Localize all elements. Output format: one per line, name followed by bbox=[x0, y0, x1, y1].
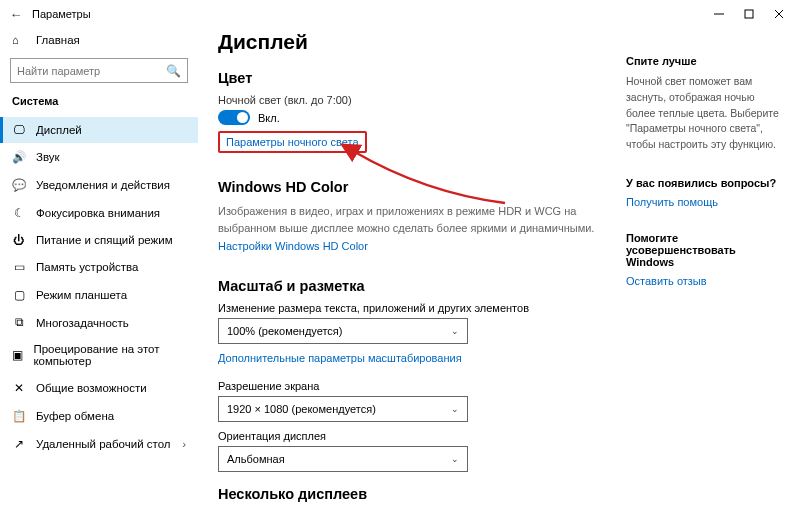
sidebar-item-label: Режим планшета bbox=[36, 289, 127, 301]
dropdown-value: Альбомная bbox=[227, 453, 285, 465]
search-input-wrap[interactable]: 🔍 bbox=[10, 58, 188, 83]
sidebar-item-label: Фокусировка внимания bbox=[36, 207, 160, 219]
scale-size-label: Изменение размера текста, приложений и д… bbox=[218, 302, 610, 314]
section-scale-heading: Масштаб и разметка bbox=[218, 278, 610, 294]
sidebar-item-tablet[interactable]: ▢Режим планшета bbox=[0, 281, 198, 309]
search-icon: 🔍 bbox=[166, 64, 181, 78]
chevron-down-icon: ⌄ bbox=[451, 454, 459, 464]
sidebar-item-label: Буфер обмена bbox=[36, 410, 114, 422]
multitask-icon: ⧉ bbox=[12, 316, 26, 329]
sidebar-item-label: Память устройства bbox=[36, 261, 139, 273]
project-icon: ▣ bbox=[12, 348, 23, 362]
night-light-label: Ночной свет (вкл. до 7:00) bbox=[218, 94, 610, 106]
svg-rect-1 bbox=[745, 10, 753, 18]
tip-desc: Ночной свет поможет вам заснуть, отображ… bbox=[626, 74, 786, 153]
sidebar-item-label: Питание и спящий режим bbox=[36, 234, 173, 246]
sidebar-item-clipboard[interactable]: 📋Буфер обмена bbox=[0, 402, 198, 430]
night-light-settings-link[interactable]: Параметры ночного света bbox=[218, 131, 367, 153]
sidebar-item-storage[interactable]: ▭Память устройства bbox=[0, 253, 198, 281]
sidebar-item-projecting[interactable]: ▣Проецирование на этот компьютер bbox=[0, 336, 198, 374]
sidebar-item-label: Удаленный рабочий стол bbox=[36, 438, 171, 450]
dropdown-value: 100% (рекомендуется) bbox=[227, 325, 342, 337]
hdcolor-link[interactable]: Настройки Windows HD Color bbox=[218, 240, 368, 252]
focus-icon: ☾ bbox=[12, 206, 26, 220]
sidebar: ⌂ Главная 🔍 Система 🖵Дисплей 🔊Звук 💬Увед… bbox=[0, 28, 198, 511]
tip-questions: У вас появились вопросы? Получить помощь bbox=[626, 177, 786, 208]
minimize-button[interactable] bbox=[704, 0, 734, 28]
tip-title: Спите лучше bbox=[626, 55, 786, 67]
sidebar-item-label: Уведомления и действия bbox=[36, 179, 170, 191]
display-icon: 🖵 bbox=[12, 124, 26, 136]
sidebar-item-label: Дисплей bbox=[36, 124, 82, 136]
home-icon: ⌂ bbox=[12, 34, 26, 46]
toggle-knob bbox=[237, 112, 248, 123]
notification-icon: 💬 bbox=[12, 178, 26, 192]
shared-icon: ✕ bbox=[12, 381, 26, 395]
scale-size-dropdown[interactable]: 100% (рекомендуется)⌄ bbox=[218, 318, 468, 344]
maximize-button[interactable] bbox=[734, 0, 764, 28]
chevron-right-icon: › bbox=[182, 438, 186, 450]
sidebar-item-label: Звук bbox=[36, 151, 60, 163]
sidebar-header: Система bbox=[0, 91, 198, 117]
storage-icon: ▭ bbox=[12, 260, 26, 274]
section-color-heading: Цвет bbox=[218, 70, 610, 86]
sidebar-item-display[interactable]: 🖵Дисплей bbox=[0, 117, 198, 143]
chevron-down-icon: ⌄ bbox=[451, 404, 459, 414]
app-title: Параметры bbox=[32, 8, 91, 20]
dropdown-value: 1920 × 1080 (рекомендуется) bbox=[227, 403, 376, 415]
feedback-link[interactable]: Оставить отзыв bbox=[626, 275, 707, 287]
sidebar-item-power[interactable]: ⏻Питание и спящий режим bbox=[0, 227, 198, 253]
section-hdcolor-heading: Windows HD Color bbox=[218, 179, 610, 195]
sidebar-item-label: Многозадачность bbox=[36, 317, 129, 329]
main-content: Дисплей Цвет Ночной свет (вкл. до 7:00) … bbox=[210, 28, 620, 511]
hdcolor-desc: Изображения в видео, играх и приложениях… bbox=[218, 203, 610, 236]
search-input[interactable] bbox=[17, 65, 166, 77]
sidebar-home[interactable]: ⌂ Главная bbox=[0, 28, 198, 52]
titlebar: ← Параметры bbox=[0, 0, 800, 28]
clipboard-icon: 📋 bbox=[12, 409, 26, 423]
section-multi-heading: Несколько дисплеев bbox=[218, 486, 610, 502]
get-help-link[interactable]: Получить помощь bbox=[626, 196, 718, 208]
sidebar-item-sound[interactable]: 🔊Звук bbox=[0, 143, 198, 171]
toggle-state-label: Вкл. bbox=[258, 112, 280, 124]
sidebar-home-label: Главная bbox=[36, 34, 80, 46]
resolution-dropdown[interactable]: 1920 × 1080 (рекомендуется)⌄ bbox=[218, 396, 468, 422]
tip-title: У вас появились вопросы? bbox=[626, 177, 786, 189]
right-panel: Спите лучше Ночной свет поможет вам засн… bbox=[626, 55, 786, 311]
scale-advanced-link[interactable]: Дополнительные параметры масштабирования bbox=[218, 352, 462, 364]
chevron-down-icon: ⌄ bbox=[451, 326, 459, 336]
tip-feedback: Помогите усовершенствовать Windows Остав… bbox=[626, 232, 786, 287]
tablet-icon: ▢ bbox=[12, 288, 26, 302]
night-light-toggle[interactable] bbox=[218, 110, 250, 125]
page-title: Дисплей bbox=[218, 30, 610, 54]
close-button[interactable] bbox=[764, 0, 794, 28]
sidebar-item-label: Общие возможности bbox=[36, 382, 147, 394]
sidebar-item-notifications[interactable]: 💬Уведомления и действия bbox=[0, 171, 198, 199]
sound-icon: 🔊 bbox=[12, 150, 26, 164]
back-button[interactable]: ← bbox=[6, 4, 26, 24]
resolution-label: Разрешение экрана bbox=[218, 380, 610, 392]
tip-sleep: Спите лучше Ночной свет поможет вам засн… bbox=[626, 55, 786, 153]
remote-icon: ↗ bbox=[12, 437, 26, 451]
night-light-toggle-row: Вкл. bbox=[218, 110, 610, 125]
sidebar-item-shared[interactable]: ✕Общие возможности bbox=[0, 374, 198, 402]
sidebar-item-label: Проецирование на этот компьютер bbox=[33, 343, 186, 367]
sidebar-item-remote[interactable]: ↗Удаленный рабочий стол› bbox=[0, 430, 198, 458]
sidebar-item-multitask[interactable]: ⧉Многозадачность bbox=[0, 309, 198, 336]
sidebar-item-focus[interactable]: ☾Фокусировка внимания bbox=[0, 199, 198, 227]
orientation-label: Ориентация дисплея bbox=[218, 430, 610, 442]
orientation-dropdown[interactable]: Альбомная⌄ bbox=[218, 446, 468, 472]
tip-title: Помогите усовершенствовать Windows bbox=[626, 232, 786, 268]
power-icon: ⏻ bbox=[12, 234, 26, 246]
